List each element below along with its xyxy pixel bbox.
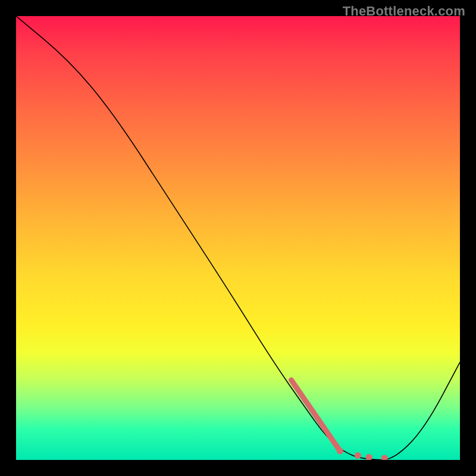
highlight-dot xyxy=(355,452,361,459)
chart-frame: TheBottleneck.com xyxy=(0,0,476,476)
highlight-segment xyxy=(292,380,340,451)
plot-area xyxy=(16,16,460,460)
highlight-dot xyxy=(381,455,388,460)
highlight-dot xyxy=(366,454,372,460)
watermark-text: TheBottleneck.com xyxy=(343,4,465,19)
chart-svg xyxy=(16,16,460,460)
highlight-dot xyxy=(337,448,343,455)
bottleneck-curve xyxy=(16,16,460,460)
